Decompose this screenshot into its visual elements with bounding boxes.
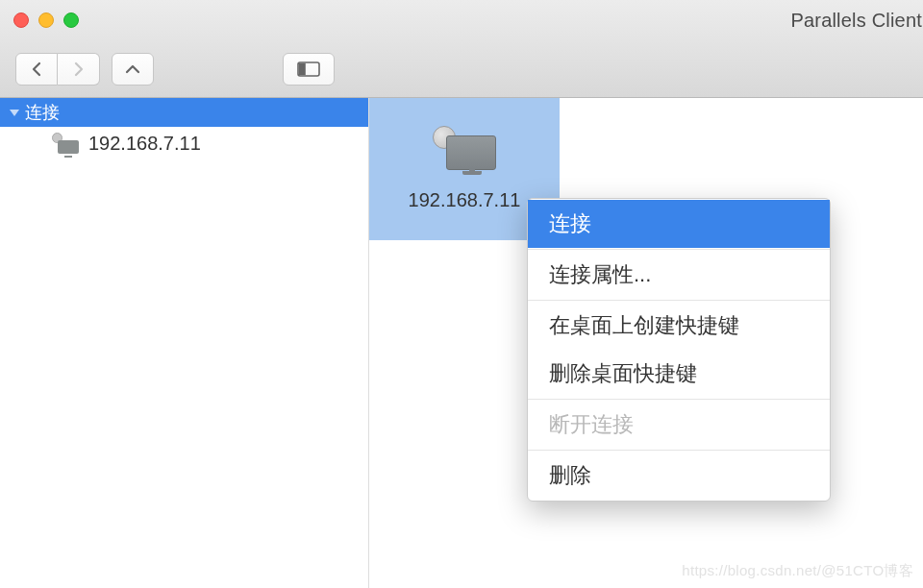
sidebar-item-connection[interactable]: 192.168.7.11 — [0, 127, 368, 160]
forward-button[interactable] — [58, 53, 100, 86]
toolbar — [0, 40, 923, 98]
menu-separator — [528, 300, 830, 301]
menu-separator — [528, 450, 830, 451]
svg-rect-1 — [299, 62, 306, 74]
toggle-sidebar-button[interactable] — [283, 53, 335, 86]
close-window-button[interactable] — [13, 12, 29, 28]
menu-item-connection-properties[interactable]: 连接属性... — [528, 251, 830, 299]
maximize-window-button[interactable] — [63, 12, 79, 28]
sidebar-item-label: 192.168.7.11 — [88, 133, 201, 155]
context-menu: 连接 连接属性... 在桌面上创建快捷键 删除桌面快捷键 断开连接 删除 — [527, 198, 831, 502]
menu-item-delete[interactable]: 删除 — [528, 452, 830, 500]
minimize-window-button[interactable] — [38, 12, 54, 28]
menu-separator — [528, 399, 830, 400]
menu-separator — [528, 249, 830, 250]
chevron-right-icon — [73, 61, 85, 77]
titlebar: Parallels Client — [0, 0, 923, 40]
back-button[interactable] — [15, 53, 58, 86]
rdp-connection-icon — [433, 128, 496, 174]
chevron-left-icon — [31, 61, 42, 77]
up-button[interactable] — [112, 53, 154, 86]
sidebar-header-connections[interactable]: 连接 — [0, 98, 368, 127]
chevron-up-icon — [125, 63, 140, 75]
connection-tile-label: 192.168.7.11 — [409, 189, 521, 211]
sidebar: 连接 192.168.7.11 — [0, 98, 369, 588]
menu-item-disconnect: 断开连接 — [528, 401, 830, 449]
menu-item-connect[interactable]: 连接 — [528, 200, 830, 248]
rdp-connection-icon — [52, 135, 79, 154]
sidebar-header-label: 连接 — [25, 101, 60, 124]
sidebar-panel-icon — [297, 61, 320, 77]
nav-buttons — [15, 53, 100, 86]
menu-item-remove-desktop-shortcut[interactable]: 删除桌面快捷键 — [528, 350, 830, 398]
menu-item-create-desktop-shortcut[interactable]: 在桌面上创建快捷键 — [528, 302, 830, 350]
disclosure-triangle-icon — [10, 110, 19, 116]
watermark: https://blog.csdn.net/@51CTO博客 — [682, 562, 913, 580]
window-controls — [13, 12, 79, 28]
app-title: Parallels Client — [790, 0, 923, 40]
